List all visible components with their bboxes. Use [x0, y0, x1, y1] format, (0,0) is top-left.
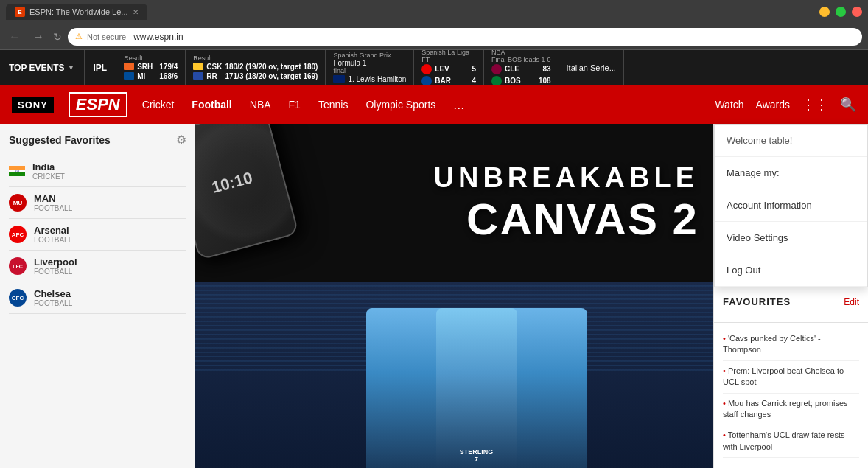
ipl-label: IPL	[94, 63, 108, 73]
news-item-3[interactable]: Mou has Carrick regret; promises staff c…	[723, 394, 859, 426]
olympic-sports-nav-link[interactable]: Olympic Sports	[365, 99, 435, 111]
tab-close-button[interactable]: ✕	[133, 8, 139, 16]
cle-logo	[491, 64, 502, 74]
player-2: STERLING 7	[436, 308, 517, 468]
italian-serie-block[interactable]: Italian Serie...	[559, 50, 624, 85]
search-icon[interactable]: 🔍	[840, 97, 856, 113]
left-panel: Suggested Favorites ⚙ ⊙ India CRICKET MU	[0, 124, 195, 468]
nba-nav-link[interactable]: NBA	[250, 99, 271, 111]
dropdown-welcome: Welcome table!	[715, 125, 867, 157]
player-group: STERLING 7	[366, 308, 587, 468]
suggested-favorites: Suggested Favorites ⚙ ⊙ India CRICKET MU	[0, 124, 195, 323]
la-liga-score1: 5	[454, 65, 476, 73]
suggested-favorites-header: Suggested Favorites ⚙	[9, 133, 186, 147]
india-flag: ⊙	[9, 166, 25, 176]
la-liga-score-block[interactable]: Spanish La Liga FT LEV 5 BAR 4	[414, 50, 484, 85]
man-utd-logo: MU	[9, 194, 27, 212]
sterling-label: STERLING	[460, 448, 494, 455]
hero-text-area: UNBREAKABLE CANVAS 2	[434, 162, 699, 245]
la-liga-score2: 4	[454, 77, 476, 85]
browser-tab[interactable]: E ESPN: The Worldwide Le... ✕	[6, 4, 147, 20]
man-sport: FOOTBALL	[34, 204, 72, 212]
la-liga-team1-row: LEV 5	[421, 64, 476, 74]
dropdown-manage[interactable]: Manage my:	[715, 157, 867, 189]
favourites-panel-header: FAVOURITES Edit	[723, 296, 859, 307]
gear-icon[interactable]: ⚙	[176, 133, 186, 147]
match1-team1-abbr: SRH	[137, 63, 153, 71]
cricket-nav-link[interactable]: Cricket	[142, 99, 175, 111]
arsenal-sport: FOOTBALL	[34, 236, 72, 244]
nba-score2: 108	[529, 77, 551, 85]
match2-team1-row: CSK 180/2 (19/20 ov, target 180)	[193, 63, 318, 71]
header-right: Watch Awards ⋮⋮ 🔍	[715, 97, 856, 113]
top-events-button[interactable]: TOP EVENTS ▼	[0, 50, 85, 85]
rr-flag	[193, 72, 203, 80]
news-item-4[interactable]: Tottenham's UCL draw fate rests with Liv…	[723, 425, 859, 458]
minimize-button[interactable]	[819, 7, 830, 17]
arsenal-logo: AFC	[9, 226, 27, 243]
grid-icon[interactable]: ⋮⋮	[802, 97, 828, 113]
formula1-label: Formula 1	[333, 59, 406, 67]
espn-header: SONY ESPN Cricket Football NBA F1 Tennis…	[0, 85, 868, 124]
formula1-detail: final	[333, 67, 406, 74]
fav-item-india[interactable]: ⊙ India CRICKET	[9, 156, 186, 187]
news-item-2[interactable]: Prem: Liverpool beat Chelsea to UCL spot	[723, 361, 859, 394]
nba-score-block[interactable]: NBA Final BOS leads 1-0 CLE 83 BOS 108	[484, 50, 559, 85]
back-button[interactable]: ←	[6, 29, 24, 45]
chelsea-logo: CFC	[9, 289, 27, 307]
suggested-favorites-title: Suggested Favorites	[9, 134, 111, 146]
hero-unbreakable-text: UNBREAKABLE	[434, 162, 699, 194]
maximize-button[interactable]	[836, 7, 846, 17]
close-window-button[interactable]	[852, 7, 862, 17]
address-bar[interactable]: ⚠ Not secure www.espn.in	[68, 28, 862, 46]
player-3	[506, 308, 587, 468]
espn-logo: ESPN	[69, 92, 127, 117]
favourites-title: FAVOURITES	[723, 296, 791, 307]
formula1-score-block[interactable]: Spanish Grand Prix Formula 1 final 1. Le…	[326, 50, 414, 85]
favourites-panel: FAVOURITES Edit	[714, 287, 868, 322]
news-item-1[interactable]: 'Cavs punked by Celtics' - Thompson	[723, 329, 859, 361]
uk-flag	[333, 75, 345, 83]
chelsea-name: Chelsea	[34, 288, 72, 299]
dropdown-logout[interactable]: Log Out	[715, 254, 867, 287]
india-name: India	[32, 161, 65, 172]
dropdown-account[interactable]: Account Information	[715, 189, 867, 222]
scores-bar: TOP EVENTS ▼ IPL Result SRH 179/4 MI 168…	[0, 50, 868, 85]
forward-button[interactable]: →	[29, 29, 47, 45]
la-liga-team1: LEV	[435, 65, 449, 73]
phone-graphic	[195, 124, 299, 260]
refresh-button[interactable]: ↻	[53, 31, 62, 43]
nba-team2: BOS	[505, 77, 521, 85]
fav-item-chelsea[interactable]: CFC Chelsea FOOTBALL	[9, 282, 186, 314]
main-nav: Cricket Football NBA F1 Tennis Olympic S…	[142, 97, 701, 113]
more-nav-button[interactable]: ...	[453, 97, 464, 113]
watch-button[interactable]: Watch	[715, 99, 743, 111]
fav-item-liverpool[interactable]: LFC Liverpool FOOTBALL	[9, 251, 186, 282]
srh-flag	[124, 63, 134, 70]
match2-result-label: Result	[193, 55, 318, 62]
awards-button[interactable]: Awards	[756, 99, 790, 111]
match2-team2-row: RR 171/3 (18/20 ov, target 169)	[193, 72, 318, 80]
fav-item-arsenal[interactable]: AFC Arsenal FOOTBALL	[9, 219, 186, 251]
la-liga-team2-row: BAR 4	[421, 76, 476, 86]
italian-serie-label: Italian Serie...	[567, 63, 616, 72]
tennis-nav-link[interactable]: Tennis	[318, 99, 348, 111]
dropdown-menu: Welcome table! Manage my: Account Inform…	[714, 124, 868, 287]
dropdown-video[interactable]: Video Settings	[715, 222, 867, 254]
formula1-winner: 1. Lewis Hamilton	[348, 75, 406, 83]
top-events-arrow: ▼	[68, 63, 75, 71]
match1-team2-score: 168/6	[155, 72, 178, 80]
favourites-edit-link[interactable]: Edit	[844, 297, 859, 307]
tab-favicon: E	[15, 7, 25, 17]
match2-score-block[interactable]: Result CSK 180/2 (19/20 ov, target 180) …	[186, 50, 326, 85]
fav-item-man[interactable]: MU MAN FOOTBALL	[9, 187, 186, 219]
browser-top-bar: E ESPN: The Worldwide Le... ✕	[0, 0, 868, 24]
formula1-winner-row: 1. Lewis Hamilton	[333, 75, 406, 83]
jersey-number: 7	[475, 455, 478, 463]
match1-score-block[interactable]: Result SRH 179/4 MI 168/6	[116, 50, 186, 85]
f1-nav-link[interactable]: F1	[289, 99, 301, 111]
football-nav-link[interactable]: Football	[192, 99, 231, 111]
formula1-sublabel: Spanish Grand Prix	[333, 52, 406, 59]
ipl-badge[interactable]: IPL	[85, 50, 117, 85]
ashoka-chakra: ⊙	[15, 168, 19, 173]
